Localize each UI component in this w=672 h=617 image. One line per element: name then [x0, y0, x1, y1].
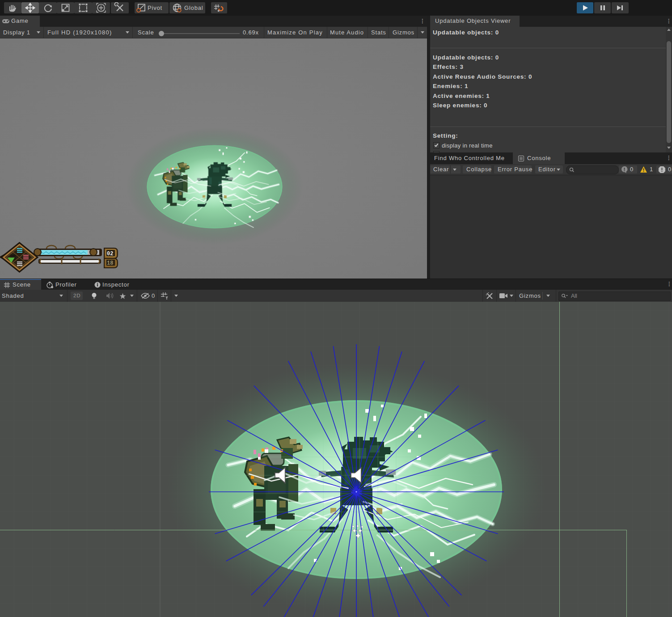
svg-text:18: 18	[107, 260, 113, 266]
svg-text:02: 02	[107, 251, 113, 257]
